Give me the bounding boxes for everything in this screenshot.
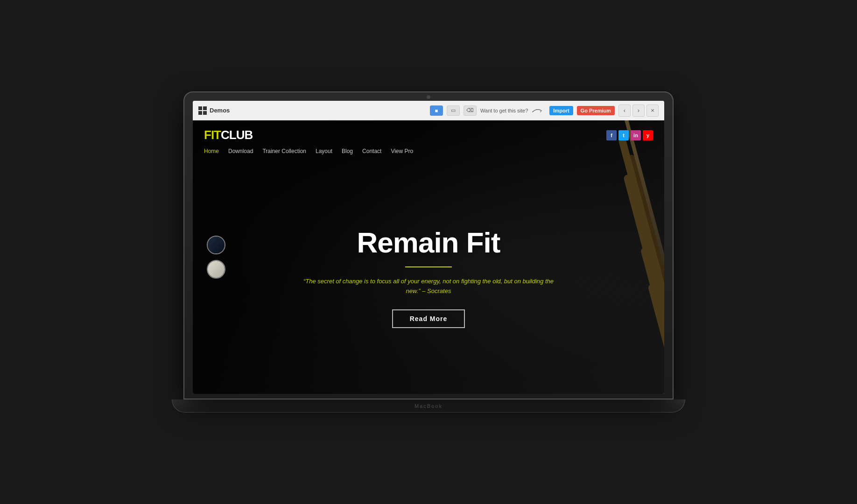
hero-title: Remain Fit (357, 226, 500, 259)
want-text: Want to get this site? (480, 108, 528, 113)
hero-section: FITCLUB f t in y Home D (193, 120, 664, 394)
youtube-icon[interactable]: y (643, 130, 653, 140)
forward-arrow-button[interactable]: › (632, 105, 645, 117)
nav-contact[interactable]: Contact (362, 148, 381, 154)
nav-download[interactable]: Download (228, 148, 253, 154)
demos-logo: Demos (198, 106, 230, 115)
nav-blog[interactable]: Blog (342, 148, 353, 154)
laptop-screen: Demos ■ ▭ ⌫ Want to get this site? Impor… (193, 101, 664, 394)
import-button[interactable]: Import (549, 106, 573, 115)
nav-home[interactable]: Home (204, 148, 219, 154)
instagram-icon[interactable]: in (631, 130, 641, 140)
premium-button[interactable]: Go Premium (577, 106, 615, 115)
slide-indicators (207, 236, 225, 279)
nav-view-pro[interactable]: View Pro (391, 148, 413, 154)
browser-bar: Demos ■ ▭ ⌫ Want to get this site? Impor… (193, 101, 664, 120)
hero-divider (405, 266, 452, 267)
desktop-view-button[interactable]: ■ (430, 105, 443, 116)
website-content: FITCLUB f t in y Home D (193, 120, 664, 394)
macbook-label: MacBook (414, 403, 443, 409)
laptop-base: MacBook (172, 399, 685, 413)
site-nav: Home Download Trainer Collection Layout … (193, 142, 664, 160)
slide-dot-1[interactable] (207, 236, 225, 254)
twitter-icon[interactable]: t (618, 130, 629, 140)
nav-layout[interactable]: Layout (316, 148, 332, 154)
slide-dot-2[interactable] (207, 260, 225, 279)
laptop-body: Demos ■ ▭ ⌫ Want to get this site? Impor… (183, 91, 674, 399)
hero-quote: “The secret of change is to focus all of… (298, 277, 559, 296)
hero-center: Remain Fit “The secret of change is to f… (193, 160, 664, 394)
site-logo: FITCLUB (204, 128, 253, 142)
laptop-camera (427, 95, 430, 99)
browser-nav-arrows: ‹ › × (618, 105, 659, 117)
arrow-icon (532, 106, 546, 115)
laptop-wrapper: Demos ■ ▭ ⌫ Want to get this site? Impor… (172, 84, 685, 420)
logo-club: CLUB (221, 128, 253, 142)
close-button[interactable]: × (646, 105, 659, 117)
social-icons: f t in y (606, 130, 653, 140)
browser-device-icons: ■ ▭ ⌫ Want to get this site? Import Go P… (430, 105, 659, 117)
mobile-view-button[interactable]: ⌫ (464, 105, 477, 116)
facebook-icon[interactable]: f (606, 130, 617, 140)
site-header: FITCLUB f t in y (193, 120, 664, 142)
demos-grid-icon (198, 106, 207, 115)
logo-fit: FIT (204, 128, 221, 142)
read-more-button[interactable]: Read More (392, 309, 465, 328)
nav-trainer-collection[interactable]: Trainer Collection (262, 148, 306, 154)
demos-label: Demos (210, 107, 230, 114)
tablet-view-button[interactable]: ▭ (447, 105, 460, 116)
back-arrow-button[interactable]: ‹ (618, 105, 631, 117)
